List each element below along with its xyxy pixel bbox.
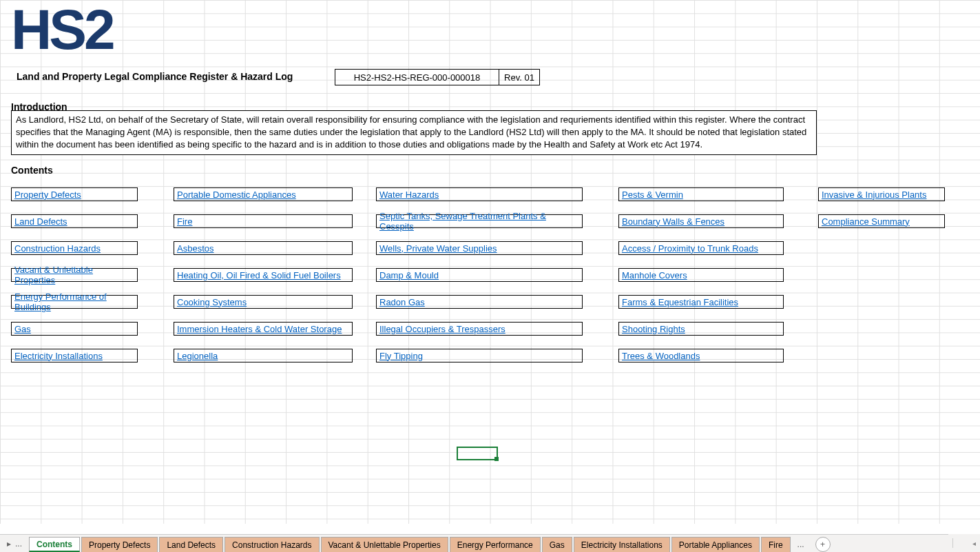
tab-energy-performance[interactable]: Energy Performance <box>450 537 541 552</box>
tab-portable-appliances[interactable]: Portable Appliances <box>671 537 760 552</box>
divider <box>952 538 953 548</box>
link-immersion-heaters[interactable]: Immersion Heaters & Cold Water Storage <box>174 322 353 336</box>
tab-nav-more-left[interactable]: ... <box>15 539 22 549</box>
tab-nav-first[interactable]: ▸ <box>7 539 11 549</box>
logo: HS2 <box>11 1 113 58</box>
add-sheet-button[interactable]: + <box>815 537 831 552</box>
link-radon-gas[interactable]: Radon Gas <box>376 295 583 309</box>
tab-property-defects[interactable]: Property Defects <box>81 537 158 552</box>
link-gas[interactable]: Gas <box>11 322 138 336</box>
link-illegal-occupiers[interactable]: Illegal Occupiers & Trespassers <box>376 322 583 336</box>
link-land-defects[interactable]: Land Defects <box>11 214 138 228</box>
tab-nav-more-right[interactable]: ... <box>792 537 810 552</box>
link-fire[interactable]: Fire <box>174 214 353 228</box>
selected-cell[interactable] <box>457 447 498 460</box>
link-property-defects[interactable]: Property Defects <box>11 187 138 201</box>
link-fly-tipping[interactable]: Fly Tipping <box>376 349 583 362</box>
link-water-hazards[interactable]: Water Hazards <box>376 187 583 201</box>
document-revision: Rev. 01 <box>499 70 539 85</box>
tab-electricity-installations[interactable]: Electricity Installations <box>574 537 670 552</box>
link-compliance-summary[interactable]: Compliance Summary <box>818 214 945 228</box>
hscroll-left[interactable]: ◂ <box>972 540 976 547</box>
link-asbestos[interactable]: Asbestos <box>174 241 353 255</box>
link-septic-tanks[interactable]: Septic Tanks, Sewage Treatment Plants & … <box>376 214 583 228</box>
tab-vacant-unlettable[interactable]: Vacant & Unlettable Properties <box>321 537 448 552</box>
document-title: Land and Property Legal Compliance Regis… <box>17 71 293 82</box>
document-id: HS2-HS2-HS-REG-000-000018 <box>335 70 499 85</box>
link-wells[interactable]: Wells, Private Water Supplies <box>376 241 583 255</box>
introduction-text: As Landlord, HS2 Ltd, on behalf of the S… <box>11 110 817 155</box>
link-damp-mould[interactable]: Damp & Mould <box>376 268 583 282</box>
link-boundary-walls[interactable]: Boundary Walls & Fences <box>618 214 784 228</box>
tab-gas[interactable]: Gas <box>542 537 572 552</box>
link-construction-hazards[interactable]: Construction Hazards <box>11 241 138 255</box>
link-manhole-covers[interactable]: Manhole Covers <box>618 268 784 282</box>
sheet-tab-bar: ▸ ... Contents Property Defects Land Def… <box>0 534 980 552</box>
link-energy-performance[interactable]: Energy Performance of Buildings <box>11 295 138 309</box>
document-id-box: HS2-HS2-HS-REG-000-000018 Rev. 01 <box>335 69 540 85</box>
link-trunk-roads[interactable]: Access / Proximity to Trunk Roads <box>618 241 784 255</box>
link-shooting-rights[interactable]: Shooting Rights <box>618 322 784 336</box>
link-portable-appliances[interactable]: Portable Domestic Appliances <box>174 187 353 201</box>
tab-fire[interactable]: Fire <box>761 537 791 552</box>
link-farms-equestrian[interactable]: Farms & Equestrian Facilities <box>618 295 784 309</box>
link-vacant-unlettable[interactable]: Vacant & Unlettable Properties <box>11 268 138 282</box>
tab-contents[interactable]: Contents <box>29 537 80 552</box>
link-trees-woodlands[interactable]: Trees & Woodlands <box>618 349 784 362</box>
contents-heading: Contents <box>11 165 53 176</box>
link-invasive-plants[interactable]: Invasive & Injurious Plants <box>818 187 945 201</box>
tab-land-defects[interactable]: Land Defects <box>159 537 223 552</box>
link-heating-oil[interactable]: Heating Oil, Oil Fired & Solid Fuel Boil… <box>174 268 353 282</box>
link-cooking-systems[interactable]: Cooking Systems <box>174 295 353 309</box>
link-legionella[interactable]: Legionella <box>174 349 353 362</box>
link-electricity-installations[interactable]: Electricity Installations <box>11 349 138 362</box>
tab-construction-hazards[interactable]: Construction Hazards <box>225 537 319 552</box>
link-pests-vermin[interactable]: Pests & Vermin <box>618 187 784 201</box>
